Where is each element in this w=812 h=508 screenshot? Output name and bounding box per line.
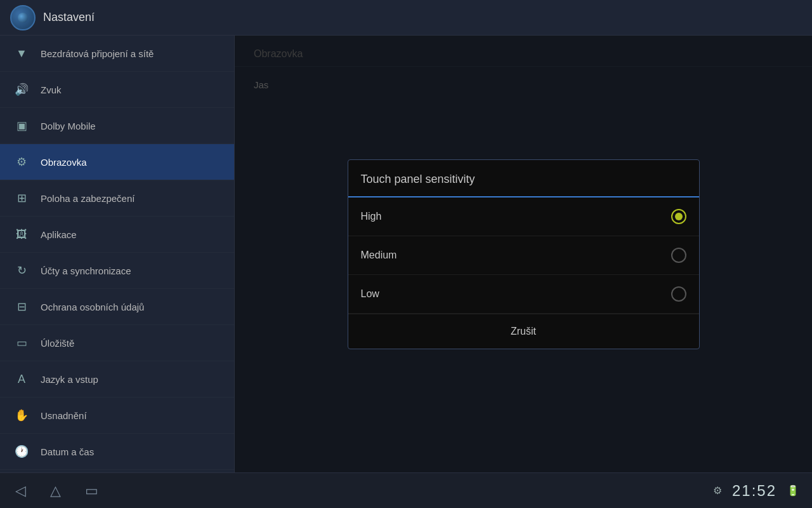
recents-button[interactable]: ▭ [82,480,101,502]
dialog-overlay[interactable]: Touch panel sensitivity High Medium Low … [235,36,812,472]
option-low-radio[interactable] [671,286,686,302]
wifi-icon: ▼ [13,44,30,62]
touch-sensitivity-dialog: Touch panel sensitivity High Medium Low … [348,159,700,349]
bottom-nav: ◁ △ ▭ [13,480,101,502]
sidebar-item-dolby[interactable]: ▣Dolby Mobile [0,108,234,144]
sidebar-item-display[interactable]: ⚙Obrazovka [0,144,234,180]
sidebar-item-language[interactable]: AJazyk a vstup [0,361,234,398]
sound-icon: 🔊 [13,81,30,98]
option-low-label: Low [361,288,379,300]
option-high-radio[interactable] [671,209,686,224]
sidebar-item-accounts[interactable]: ↻Účty a synchronizace [0,253,234,289]
clock: 21:52 [732,482,776,500]
sidebar-item-wifi[interactable]: ▼Bezdrátová připojení a sítě [0,36,234,72]
battery-icon: 🔋 [787,485,799,497]
sidebar-label-apps: Aplikace [41,229,77,240]
main-layout: ▼Bezdrátová připojení a sítě🔊Zvuk▣Dolby … [0,36,812,472]
dolby-icon: ▣ [13,117,30,135]
sidebar-label-display: Obrazovka [41,157,87,168]
battery-icons: 🔋 [787,485,799,497]
dialog-title: Touch panel sensitivity [348,160,699,197]
privacy-icon: ⊟ [13,298,30,316]
option-high[interactable]: High [348,197,699,236]
sidebar-label-dolby: Dolby Mobile [41,121,96,131]
cancel-button[interactable]: Zrušit [348,314,699,349]
status-bar: ⚙ 21:52 🔋 [713,482,799,500]
back-button[interactable]: ◁ [13,480,29,502]
sidebar-item-storage[interactable]: ▭Úložiště [0,325,234,361]
security-icon: ⊞ [13,189,30,207]
status-icons: ⚙ [713,485,722,497]
sidebar-label-language: Jazyk a vstup [41,374,98,385]
option-low[interactable]: Low [348,275,699,314]
sidebar-item-accessibility[interactable]: ✋Usnadnění [0,398,234,434]
sidebar-item-security[interactable]: ⊞Poloha a zabezpečení [0,180,234,217]
sidebar-label-accessibility: Usnadnění [41,410,87,421]
app-title: Nastavení [43,11,95,24]
option-high-label: High [361,211,382,222]
sidebar-label-privacy: Ochrana osobních údajů [41,302,144,312]
app-logo [10,5,36,30]
content-area: Obrazovka Jas Touch panel sensitivity Hi… [235,36,812,472]
sidebar-label-wifi: Bezdrátová připojení a sítě [41,48,154,59]
sidebar: ▼Bezdrátová připojení a sítě🔊Zvuk▣Dolby … [0,36,235,472]
sidebar-label-security: Poloha a zabezpečení [41,193,134,204]
storage-icon: ▭ [13,334,30,352]
sidebar-item-privacy[interactable]: ⊟Ochrana osobních údajů [0,289,234,325]
option-medium-radio[interactable] [671,248,686,263]
top-bar: Nastavení [0,0,812,36]
sidebar-item-datetime[interactable]: 🕐Datum a čas [0,434,234,470]
sidebar-item-apps[interactable]: 🖼Aplikace [0,217,234,253]
home-button[interactable]: △ [48,480,63,502]
sidebar-label-accounts: Účty a synchronizace [41,265,131,276]
accessibility-icon: ✋ [13,406,30,424]
bottom-bar: ◁ △ ▭ ⚙ 21:52 🔋 [0,472,812,508]
sidebar-label-storage: Úložiště [41,338,74,349]
datetime-icon: 🕐 [13,443,30,460]
option-medium[interactable]: Medium [348,236,699,275]
language-icon: A [13,370,30,388]
option-medium-label: Medium [361,250,397,261]
display-icon: ⚙ [13,153,30,171]
sidebar-label-sound: Zvuk [41,84,62,95]
sidebar-item-sound[interactable]: 🔊Zvuk [0,72,234,108]
sidebar-label-datetime: Datum a čas [41,446,94,457]
settings-icon: ⚙ [713,485,722,497]
apps-icon: 🖼 [13,225,30,243]
accounts-icon: ↻ [13,262,30,279]
